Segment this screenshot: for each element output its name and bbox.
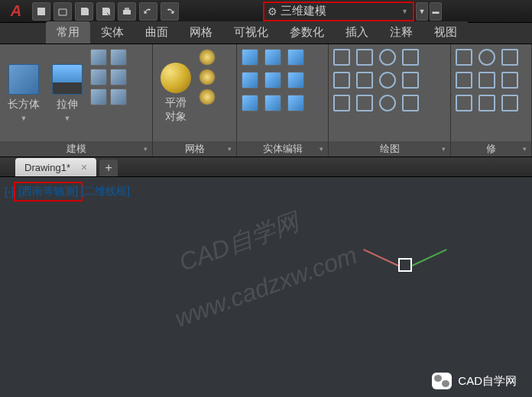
tab-annotate[interactable]: 注释 [379,21,423,44]
qat-open-icon[interactable] [54,2,72,21]
smooth-label-2: 对象 [165,110,187,124]
file-tab-label: Drawing1* [24,162,70,173]
panel-mesh: 平滑 对象 网格 [153,44,237,157]
polysolid-icon[interactable] [90,49,107,66]
helix-icon[interactable] [110,89,127,105]
panel-draw: 绘图 [329,44,451,157]
qat-undo-icon[interactable] [139,2,157,21]
region-icon[interactable] [356,95,373,111]
polygon-icon[interactable] [333,95,350,111]
tab-home[interactable]: 常用 [46,21,90,44]
qat-redo-icon[interactable] [161,2,179,21]
taper-face-icon[interactable] [264,72,281,89]
tab-surface[interactable]: 曲面 [135,21,179,44]
spline-icon[interactable] [356,72,373,89]
mesh-more-icon[interactable] [199,49,216,66]
offset-face-icon[interactable] [287,72,304,89]
arc-icon[interactable] [402,49,419,66]
tab-solid[interactable]: 实体 [90,21,135,44]
panel-title-modify[interactable]: 修 [451,141,531,157]
svg-rect-1 [123,10,131,15]
polyline-icon[interactable] [356,49,373,66]
ribbon-tabs: 常用 实体 曲面 网格 可视化 参数化 插入 注释 视图 [0,23,532,44]
panel-title-mesh[interactable]: 网格 [153,141,236,157]
watermark-text: www.cadzxw.com [171,241,361,334]
rotate-icon[interactable] [478,49,495,66]
chevron-down-icon: ▼ [64,115,71,122]
panel-title-modeling[interactable]: 建模 [0,141,152,157]
box-icon [8,64,39,95]
tab-visualize[interactable]: 可视化 [223,21,279,44]
y-axis-icon [412,249,447,266]
subtract-icon[interactable] [264,49,281,66]
mirror-icon[interactable] [478,72,495,89]
array-icon[interactable] [501,95,518,111]
wechat-icon [432,373,452,389]
tab-parametric[interactable]: 参数化 [279,21,335,44]
watermark-text-2: CAD自学网 [175,206,304,280]
panel-title-solidedit[interactable]: 实体编辑 [237,141,328,157]
point-icon[interactable] [402,72,419,89]
circle-icon[interactable] [379,49,396,66]
stretch-icon[interactable] [456,95,472,111]
tab-insert[interactable]: 插入 [335,21,379,44]
chamfer-edge-icon[interactable] [287,95,304,111]
workspace-label: 三维建模 [281,4,326,18]
tab-view[interactable]: 视图 [423,21,468,44]
ellipse-icon[interactable] [379,72,396,89]
move-icon[interactable] [456,49,472,66]
rectangle-icon[interactable] [333,72,350,89]
viewport-bracket[interactable]: [-] [5,186,14,198]
extrude-label: 拉伸 [57,98,78,111]
box-button[interactable]: 长方体 ▼ [3,47,44,138]
fillet-icon[interactable] [501,72,518,89]
pickbox-icon [398,258,412,272]
chevron-down-icon: ▼ [401,8,408,15]
loft-icon[interactable] [90,69,107,86]
union-icon[interactable] [242,49,258,66]
hatch-icon[interactable] [402,95,419,111]
shell-icon[interactable] [242,95,258,111]
footer-brand: CAD自学网 [432,373,517,389]
extrude-button[interactable]: 拉伸 ▼ [47,47,87,138]
trim-icon[interactable] [501,49,518,66]
extrude-icon [52,64,83,95]
qat-minimize-icon[interactable]: ▬ [430,2,442,21]
viewport[interactable]: [-] [西南等轴测] [二维线框] CAD自学网 www.cadzxw.com… [0,177,532,397]
mesh-less-icon[interactable] [199,69,216,86]
copy-icon[interactable] [456,72,472,89]
smooth-button[interactable]: 平滑 对象 [156,47,196,138]
panel-solidedit: 实体编辑 [237,44,329,157]
qat-save-icon[interactable] [75,2,93,21]
qat-new-icon[interactable] [32,2,50,21]
panel-title-draw[interactable]: 绘图 [329,141,450,157]
sphere-icon [161,63,191,93]
intersect-icon[interactable] [287,49,304,66]
qat-saveas-icon[interactable] [96,2,115,21]
new-tab-button[interactable]: + [99,160,118,176]
close-icon[interactable]: × [81,161,87,173]
fillet-edge-icon[interactable] [264,95,281,111]
qat-dropdown-icon[interactable]: ▼ [416,2,428,21]
donut-icon[interactable] [379,95,396,111]
tab-mesh[interactable]: 网格 [179,21,223,44]
x-axis-icon [363,249,398,266]
panel-modeling: 长方体 ▼ 拉伸 ▼ 建模 [0,44,153,157]
mesh-refine-icon[interactable] [199,89,216,105]
viewport-style-control[interactable]: [二维线框] [81,185,130,198]
app-logo: A [0,0,29,23]
gear-icon: ⚙ [268,5,277,18]
viewport-view-control[interactable]: [西南等轴测] [14,182,83,202]
smooth-label-1: 平滑 [165,96,187,110]
scale-icon[interactable] [478,95,495,111]
svg-rect-0 [37,8,45,15]
presspull-icon[interactable] [90,89,107,105]
line-icon[interactable] [333,49,350,66]
sweep-icon[interactable] [110,69,127,86]
qat-print-icon[interactable] [118,2,136,21]
revolve-icon[interactable] [110,49,127,66]
extrude-face-icon[interactable] [242,72,258,89]
workspace-switcher[interactable]: ⚙ 三维建模 ▼ [263,2,414,21]
file-tab-drawing1[interactable]: Drawing1* × [15,158,96,176]
chevron-down-icon: ▼ [21,115,28,122]
